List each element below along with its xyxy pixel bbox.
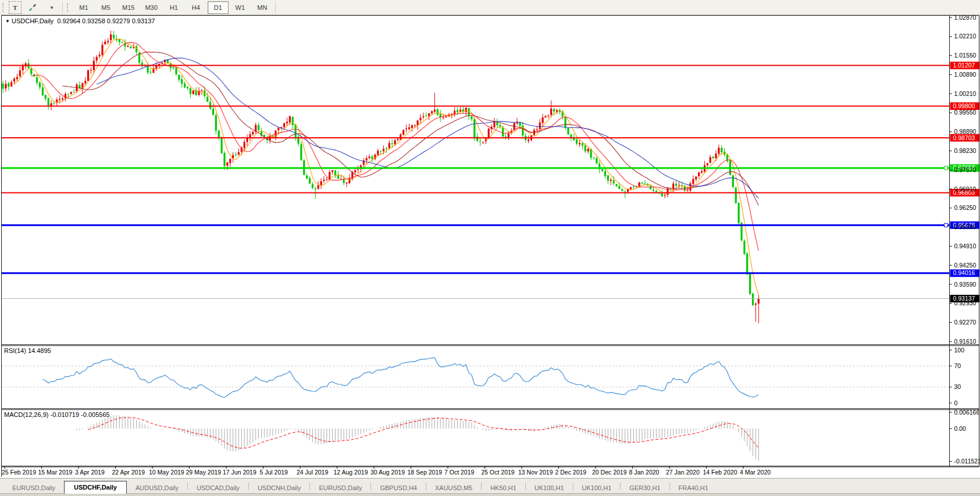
date-axis-label: 3 Apr 2019: [75, 469, 105, 476]
symbol-tab-eurusd-daily[interactable]: EURUSD,Daily: [310, 482, 370, 493]
moving-average-11: [31, 42, 759, 251]
level-price-label: 1.01207: [953, 62, 975, 69]
symbol-tab-uk100-h1[interactable]: UK100,H1: [573, 482, 621, 493]
trading-terminal: T ▾ M1M5M15M30H1H4D1W1MN 1.012070.998000…: [0, 0, 980, 496]
timeframe-button-m30[interactable]: M30: [140, 1, 162, 14]
candlestick-series: [2, 30, 759, 323]
symbol-tab-usdcnh-daily[interactable]: USDCNH,Daily: [249, 482, 310, 493]
diagonal-arrows-icon: [28, 3, 37, 12]
symbol-tab-gbpusd-h4[interactable]: GBPUSD,H4: [371, 482, 426, 493]
toolbar-separator: [62, 2, 63, 13]
price-axis-tick: 0.92270: [954, 319, 977, 326]
symbol-tab-fra40-h1[interactable]: FRA40,H1: [670, 482, 717, 493]
price-axis-tick: 1.00890: [954, 71, 977, 78]
symbol-tab-ger30-h1[interactable]: GER30,H1: [621, 482, 669, 493]
timeframe-button-group: M1M5M15M30H1H4D1W1MN: [73, 1, 273, 14]
tabbar-bottom-strip[interactable]: [0, 493, 980, 496]
date-axis-label: 27 Jan 2020: [666, 469, 700, 476]
price-axis-tick: 0.99550: [954, 109, 977, 116]
symbol-tab-uk100-h1[interactable]: UK100,H1: [526, 482, 573, 493]
price-axis-tick: 0.94910: [954, 242, 977, 249]
symbol-tab-hk50-h1[interactable]: HK50,H1: [482, 482, 525, 493]
symbol-tab-xauusd-m5[interactable]: XAUUSD,M5: [426, 482, 481, 493]
rsi-line: [42, 358, 758, 398]
symbol-tab-bar: EURUSD,DailyUSDCHF,DailyAUDUSD,DailyUSDC…: [0, 478, 980, 496]
current-price-line: 0.93137: [2, 295, 980, 302]
date-axis-label: 17 Jun 2019: [223, 469, 256, 476]
date-axis-label: 10 May 2019: [149, 469, 184, 476]
price-axis-tick: 0.96250: [954, 204, 977, 211]
date-axis-label: 7 Oct 2019: [444, 469, 475, 476]
date-axis-label: 29 May 2019: [186, 469, 222, 476]
date-axis-label: 24 Jul 2019: [297, 469, 328, 476]
horizontal-level-line[interactable]: 0.95678: [2, 222, 980, 229]
price-axis-tick: 0.91610: [954, 338, 977, 345]
level-price-label: 0.99800: [953, 102, 975, 109]
arrows-tool-dropdown[interactable]: ▾: [44, 1, 60, 14]
date-axis-label: 25 Oct 2019: [482, 469, 515, 476]
symbol-tab-eurusd-daily[interactable]: EURUSD,Daily: [3, 482, 64, 493]
timeframe-button-h1[interactable]: H1: [163, 1, 184, 14]
rsi-axis-tick: 70: [954, 362, 961, 369]
price-axis-tick: 0.92930: [954, 299, 977, 306]
price-axis-tick: 0.98890: [954, 128, 977, 135]
date-axis-label: 8 Jan 2020: [629, 469, 660, 476]
horizontal-level-line[interactable]: 0.94016: [2, 269, 980, 277]
date-axis-label: 20 Dec 2019: [592, 469, 627, 476]
toolbar-grip[interactable]: [67, 3, 70, 12]
timeframe-button-mn[interactable]: MN: [252, 1, 273, 14]
symbol-tab-usdcad-daily[interactable]: USDCAD,Daily: [188, 482, 248, 493]
date-axis-label: 4 Mar 2020: [740, 469, 771, 476]
timeframe-button-m1[interactable]: M1: [73, 1, 94, 14]
moving-average-22: [63, 52, 759, 205]
price-axis-tick: 0.98230: [954, 147, 977, 154]
rsi-axis-tick: 30: [954, 383, 961, 390]
date-axis-label: 25 Feb 2019: [2, 469, 36, 476]
price-axis-tick: 0.97570: [954, 166, 977, 173]
date-axis-label: 30 Aug 2019: [370, 469, 405, 476]
date-axis-label: 14 Feb 2020: [703, 469, 737, 476]
date-axis-label: 2 Dec 2019: [555, 469, 587, 476]
timeframe-button-d1[interactable]: D1: [208, 1, 229, 14]
date-axis-label: 22 Apr 2019: [112, 469, 145, 476]
chart-symbol-period: USDCHF,Daily: [12, 17, 54, 24]
horizontal-level-line[interactable]: 0.98703: [2, 134, 980, 142]
macd-histogram: [77, 415, 758, 461]
macd-axis-tick: -0.011523: [954, 458, 980, 465]
text-tool-button[interactable]: T: [9, 1, 22, 14]
macd-indicator-label: MACD(12,26,9) -0.010719 -0.005565: [4, 411, 110, 418]
timeframe-button-h4[interactable]: H4: [186, 1, 206, 14]
price-axis-tick: 0.96910: [954, 185, 977, 192]
price-axis-tick: 1.02210: [954, 33, 977, 40]
horizontal-level-line[interactable]: 0.96803: [2, 189, 980, 197]
price-axis-tick: 1.02870: [954, 15, 977, 21]
date-axis-label: 13 Nov 2019: [518, 469, 553, 476]
timeframe-button-m15[interactable]: M15: [117, 1, 139, 14]
horizontal-level-line[interactable]: 0.99800: [2, 102, 980, 110]
top-toolbar: T ▾ M1M5M15M30H1H4D1W1MN: [0, 0, 980, 15]
price-axis-tick: 0.93590: [954, 281, 977, 288]
toolbar-separator: [275, 2, 276, 13]
chart-ohlc-values: 0.92964 0.93258 0.92279 0.93137: [57, 17, 155, 24]
date-axis-label: 12 Aug 2019: [334, 469, 368, 476]
arrows-tool-button[interactable]: [23, 1, 42, 14]
collapse-chart-icon[interactable]: ▼: [5, 19, 10, 24]
symbol-tab-usdchf-daily[interactable]: USDCHF,Daily: [64, 481, 127, 494]
rsi-axis-tick: 100: [954, 347, 965, 354]
moving-average-34: [97, 58, 758, 199]
chart-title: ▼ USDCHF,Daily 0.92964 0.93258 0.92279 0…: [5, 17, 155, 24]
rsi-indicator-label: RSI(14) 14.4895: [4, 347, 51, 354]
symbol-tab-audusd-daily[interactable]: AUDUSD,Daily: [127, 482, 187, 493]
timeframe-button-m5[interactable]: M5: [95, 1, 116, 14]
timeframe-button-w1[interactable]: W1: [230, 1, 251, 14]
price-axis-tick: 0.94250: [954, 262, 977, 269]
date-axis-label: 5 Jul 2019: [260, 469, 288, 476]
symbol-tabs: EURUSD,DailyUSDCHF,DailyAUDUSD,DailyUSDC…: [0, 479, 980, 493]
date-axis-label: 18 Sep 2019: [408, 469, 443, 476]
rsi-axis-tick: 0: [954, 399, 958, 406]
price-axis-tick: 0.95590: [954, 223, 977, 230]
horizontal-level-line[interactable]: 0.97658: [2, 164, 980, 172]
level-price-label: 0.94016: [953, 269, 975, 276]
chart-canvas[interactable]: 1.012070.998000.987030.976580.968030.956…: [0, 15, 980, 478]
toolbar-grip[interactable]: [2, 3, 6, 12]
